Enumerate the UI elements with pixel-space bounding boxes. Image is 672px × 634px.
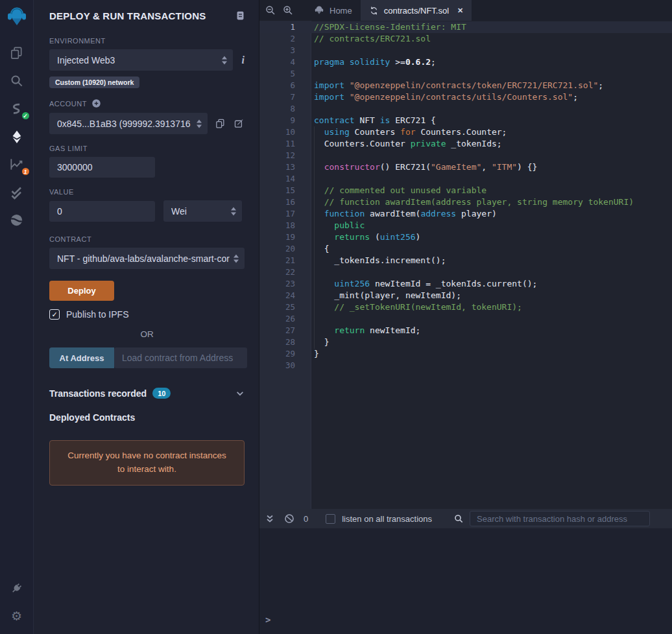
code-line[interactable]: 2// contracts/ERC721.sol [259, 33, 672, 45]
code-line[interactable]: 26 [259, 313, 672, 325]
code-line[interactable]: 7import "@openzeppelin/contracts/utils/C… [259, 91, 672, 103]
code-line[interactable]: 6import "@openzeppelin/contracts/token/E… [259, 80, 672, 91]
edit-account-icon[interactable] [234, 118, 245, 129]
solidity-compiler-icon[interactable]: ✓ [0, 95, 34, 123]
contract-select[interactable]: NFT - github/ava-labs/avalanche-smart-co… [49, 248, 245, 269]
code-line[interactable]: 23 uint256 newItemId = _tokenIds.current… [259, 278, 672, 290]
at-address-button[interactable]: At Address [49, 347, 114, 368]
account-select[interactable]: 0x845...B1aB3 (999992.3913716 [49, 113, 208, 134]
chevron-updown-icon [197, 119, 202, 128]
code-text: return newItemId; [311, 325, 420, 336]
line-number: 22 [259, 266, 311, 278]
line-number: 1 [259, 21, 311, 33]
or-divider: OR [49, 329, 245, 339]
unit-testing-icon[interactable] [0, 178, 34, 206]
terminal-search-input[interactable] [470, 511, 650, 526]
line-number: 18 [259, 220, 311, 231]
code-line[interactable]: 21 _tokenIds.increment(); [259, 255, 672, 266]
settings-icon[interactable]: ⚙ [0, 602, 34, 630]
value-input[interactable] [49, 201, 155, 222]
line-number: 24 [259, 290, 311, 301]
code-line[interactable]: 4pragma solidity >=0.6.2; [259, 56, 672, 68]
tab-nft-sol[interactable]: contracts/NFT.sol ✕ [361, 0, 472, 21]
code-line[interactable]: 16 // function awardItem(address player,… [259, 196, 672, 208]
code-line[interactable]: 24 _mint(player, newItemId); [259, 290, 672, 301]
expand-terminal-icon[interactable] [265, 513, 275, 524]
value-unit-select[interactable]: Wei [163, 200, 242, 222]
code-line[interactable]: 30 [259, 360, 672, 371]
line-number: 19 [259, 231, 311, 243]
code-line[interactable]: 11 Counters.Counter private _tokenIds; [259, 138, 672, 150]
publish-ipfs-checkbox[interactable]: ✓ [49, 309, 60, 320]
code-line[interactable]: 18 public [259, 220, 672, 231]
code-text: // function awardItem(address player, st… [311, 196, 634, 208]
close-tab-icon[interactable]: ✕ [457, 6, 463, 15]
zoom-in-icon[interactable] [282, 5, 294, 16]
zoom-out-icon[interactable] [265, 5, 276, 16]
code-editor[interactable]: 1//SPDX-License-Identifier: MIT2// contr… [259, 21, 672, 509]
terminal-toolbar: 0 listen on all transactions [259, 509, 672, 528]
account-label: ACCOUNT [49, 100, 87, 108]
code-line[interactable]: 15 // commented out unused variable [259, 185, 672, 196]
panel-title: DEPLOY & RUN TRANSACTIONS [49, 10, 206, 21]
file-explorer-icon[interactable] [0, 39, 34, 67]
code-line[interactable]: 29} [259, 348, 672, 360]
environment-select[interactable]: Injected Web3 [49, 49, 233, 71]
code-text [311, 313, 314, 325]
line-number: 12 [259, 150, 311, 161]
code-line[interactable]: 5 [259, 68, 672, 80]
code-text [311, 103, 314, 115]
code-text: } [311, 348, 319, 360]
home-tab-label: Home [330, 6, 352, 16]
plugin-manager-icon[interactable] [0, 574, 34, 602]
code-text [311, 68, 314, 80]
value-label: VALUE [49, 188, 245, 196]
code-line[interactable]: 13 constructor() ERC721("GameItem", "ITM… [259, 161, 672, 173]
terminal-output[interactable]: > [259, 528, 672, 634]
code-text: _mint(player, newItemId); [311, 290, 461, 301]
publish-ipfs-label: Publish to IPFS [66, 309, 129, 320]
tab-home[interactable]: Home [306, 0, 361, 21]
deploy-run-panel: DEPLOY & RUN TRANSACTIONS ENVIRONMENT In… [34, 0, 259, 634]
line-number: 21 [259, 255, 311, 266]
deploy-button[interactable]: Deploy [49, 281, 114, 301]
at-address-input[interactable] [114, 347, 247, 368]
code-line[interactable]: 10 using Counters for Counters.Counter; [259, 126, 672, 138]
documentation-icon[interactable] [235, 10, 246, 21]
code-text: uint256 newItemId = _tokenIds.current(); [311, 278, 537, 290]
line-number: 15 [259, 185, 311, 196]
search-icon[interactable] [0, 67, 34, 95]
sourcify-icon[interactable] [0, 206, 34, 234]
remix-logo-icon [0, 0, 34, 34]
clear-terminal-icon[interactable] [284, 513, 294, 524]
code-line[interactable]: 28 } [259, 336, 672, 348]
code-line[interactable]: 14 [259, 173, 672, 185]
deploy-run-icon[interactable] [0, 123, 34, 150]
code-text [311, 45, 314, 56]
code-line[interactable]: 20 { [259, 243, 672, 255]
code-line[interactable]: 22 [259, 266, 672, 278]
listen-all-checkbox[interactable] [326, 514, 335, 524]
code-line[interactable]: 3 [259, 45, 672, 56]
code-line[interactable]: 19 returns (uint256) [259, 231, 672, 243]
chevron-down-icon[interactable] [235, 389, 245, 398]
code-lines: 1//SPDX-License-Identifier: MIT2// contr… [259, 21, 672, 371]
code-line[interactable]: 27 return newItemId; [259, 325, 672, 336]
code-line[interactable]: 8 [259, 103, 672, 115]
line-number: 29 [259, 348, 311, 360]
code-line[interactable]: 25 // _setTokenURI(newItemId, tokenURI); [259, 301, 672, 313]
copy-account-icon[interactable] [215, 118, 226, 129]
code-line[interactable]: 1//SPDX-License-Identifier: MIT [259, 21, 672, 33]
line-number: 25 [259, 301, 311, 313]
code-line[interactable]: 9contract NFT is ERC721 { [259, 115, 672, 126]
code-line[interactable]: 17 function awardItem(address player) [259, 208, 672, 220]
line-number: 7 [259, 91, 311, 103]
add-account-icon[interactable] [91, 99, 101, 108]
environment-info-icon[interactable]: i [242, 54, 245, 66]
line-number: 8 [259, 103, 311, 115]
code-line[interactable]: 12 [259, 150, 672, 161]
gas-limit-input[interactable] [49, 157, 155, 178]
code-text: } [311, 336, 329, 348]
transactions-count-badge: 10 [152, 388, 171, 399]
static-analysis-icon[interactable]: 1 [0, 150, 34, 178]
